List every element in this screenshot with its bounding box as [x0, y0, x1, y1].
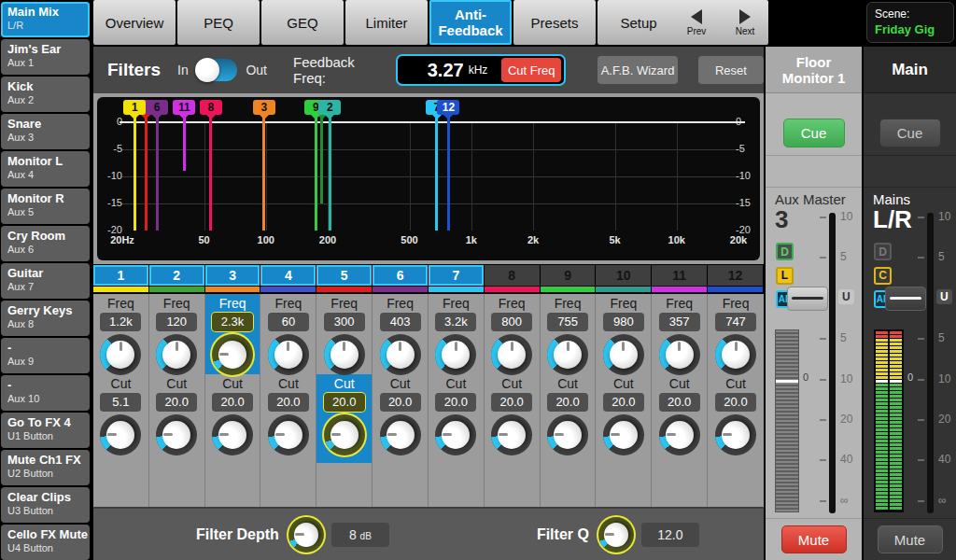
sidebar-item-monitor-l[interactable]: Monitor LAux 4: [1, 151, 90, 187]
prev-channel-button[interactable]: Prev: [673, 0, 720, 45]
band-2-freq-knob[interactable]: [156, 334, 197, 375]
band-header-1[interactable]: 1: [93, 265, 148, 286]
tab-geq[interactable]: GEQ: [261, 0, 344, 45]
band-3-freq-knob[interactable]: [212, 334, 253, 375]
filters-in-out-toggle[interactable]: [197, 59, 238, 81]
tab-peq[interactable]: PEQ: [177, 0, 260, 45]
band-1-cut-value[interactable]: 5.1: [100, 393, 141, 412]
feedback-filter-flag[interactable]: 6: [146, 100, 168, 115]
band-1-cut-knob[interactable]: [100, 414, 141, 455]
band-header-12[interactable]: 12: [708, 265, 763, 286]
main-fader-track[interactable]: [927, 213, 934, 513]
sidebar-item-clear-clips[interactable]: Clear ClipsU3 Button: [1, 487, 90, 523]
main-mute-button[interactable]: Mute: [878, 525, 943, 553]
sidebar-item-kick[interactable]: KickAux 2: [1, 77, 90, 112]
band-10-cut-value[interactable]: 20.0: [603, 393, 644, 412]
band-header-2[interactable]: 2: [149, 265, 204, 286]
band-12-cut-knob[interactable]: [715, 414, 756, 455]
band-4-cut-knob[interactable]: [268, 414, 309, 455]
tab-presets[interactable]: Presets: [513, 0, 596, 45]
scene-display[interactable]: Scene: Friday Gig: [866, 2, 954, 43]
band-3-cut-value[interactable]: 20.0: [212, 393, 253, 412]
band-2-cut-knob[interactable]: [156, 414, 197, 455]
band-8-freq-knob[interactable]: [491, 334, 532, 375]
filter-depth-value[interactable]: 8 dB: [331, 523, 389, 547]
band-1-freq-value[interactable]: 1.2k: [100, 313, 141, 331]
tab-anti-feedback[interactable]: Anti-Feedback: [429, 0, 512, 45]
band-header-5[interactable]: 5: [316, 265, 372, 286]
band-8-cut-value[interactable]: 20.0: [491, 393, 532, 412]
floor-mute-button[interactable]: Mute: [781, 525, 847, 553]
band-9-cut-knob[interactable]: [547, 414, 588, 455]
band-header-6[interactable]: 6: [373, 265, 428, 286]
sidebar-item-monitor-r[interactable]: Monitor RAux 5: [1, 189, 90, 224]
sidebar-item-blank[interactable]: -Aux 10: [1, 375, 90, 411]
feedback-filter-flag[interactable]: 12: [437, 100, 459, 115]
band-12-freq-value[interactable]: 747: [715, 313, 756, 331]
band-9-freq-value[interactable]: 755: [547, 313, 588, 331]
feedback-filter-flag[interactable]: 1: [123, 100, 146, 115]
tab-overview[interactable]: Overview: [93, 0, 176, 45]
sidebar-item-cello-fx-mute[interactable]: Cello FX MuteU4 Button: [1, 525, 90, 560]
main-fader-handle[interactable]: [885, 287, 926, 311]
feedback-filter-flag[interactable]: 2: [318, 100, 341, 115]
sidebar-item-mute-ch1-fx[interactable]: Mute Ch1 FXU2 Button: [1, 450, 90, 485]
band-7-cut-value[interactable]: 20.0: [435, 393, 476, 412]
band-11-cut-value[interactable]: 20.0: [659, 393, 700, 412]
band-10-freq-value[interactable]: 980: [603, 313, 644, 331]
filter-q-value[interactable]: 12.0: [641, 523, 699, 547]
band-1-freq-knob[interactable]: [100, 334, 141, 375]
next-channel-button[interactable]: Next: [722, 0, 768, 45]
band-4-freq-value[interactable]: 60: [268, 313, 309, 331]
sidebar-item-jim-s-ear[interactable]: Jim's EarAux 1: [1, 39, 90, 75]
band-12-cut-value[interactable]: 20.0: [715, 393, 756, 412]
band-2-freq-value[interactable]: 120: [156, 313, 197, 331]
band-11-freq-knob[interactable]: [659, 334, 700, 375]
band-5-cut-value[interactable]: 20.0: [324, 393, 365, 412]
afb-wizard-button[interactable]: A.F.B. Wizard: [598, 56, 677, 84]
band-5-freq-value[interactable]: 300: [324, 313, 365, 331]
band-8-freq-value[interactable]: 800: [491, 313, 532, 331]
cut-freq-button[interactable]: Cut Freq: [501, 58, 561, 82]
sidebar-item-go-to-fx-4[interactable]: Go To FX 4U1 Button: [1, 413, 90, 448]
tab-limiter[interactable]: Limiter: [345, 0, 428, 45]
filter-q-knob[interactable]: [598, 517, 634, 553]
main-cue-button[interactable]: Cue: [879, 119, 941, 147]
band-10-freq-knob[interactable]: [603, 334, 644, 375]
band-11-cut-knob[interactable]: [659, 414, 700, 455]
sidebar-item-cry-room[interactable]: Cry RoomAux 6: [1, 226, 90, 261]
band-9-freq-knob[interactable]: [547, 334, 588, 375]
sidebar-item-main-mix[interactable]: Main MixL/R: [1, 2, 90, 37]
band-header-3[interactable]: 3: [205, 265, 260, 286]
sidebar-item-guitar[interactable]: GuitarAux 7: [1, 263, 90, 299]
filter-depth-knob[interactable]: [288, 517, 324, 553]
band-3-cut-knob[interactable]: [212, 414, 253, 455]
band-7-cut-knob[interactable]: [435, 414, 476, 455]
band-6-cut-knob[interactable]: [380, 414, 421, 455]
band-8-cut-knob[interactable]: [491, 414, 532, 455]
band-6-freq-knob[interactable]: [380, 334, 421, 375]
floor-fader-handle[interactable]: [787, 287, 828, 311]
feedback-filter-flag[interactable]: 3: [253, 100, 275, 115]
band-10-cut-knob[interactable]: [603, 414, 644, 455]
band-6-freq-value[interactable]: 403: [380, 313, 421, 331]
feedback-filter-flag[interactable]: 11: [173, 100, 195, 115]
band-2-cut-value[interactable]: 20.0: [156, 393, 197, 412]
band-header-9[interactable]: 9: [541, 265, 596, 286]
floor-fader-track[interactable]: [829, 213, 836, 513]
band-7-freq-value[interactable]: 3.2k: [435, 313, 476, 331]
band-header-4[interactable]: 4: [260, 265, 316, 286]
band-header-8[interactable]: 8: [485, 265, 540, 286]
sidebar-item-blank[interactable]: -Aux 9: [1, 338, 90, 373]
band-4-cut-value[interactable]: 20.0: [268, 393, 309, 412]
band-7-freq-knob[interactable]: [435, 334, 476, 375]
sidebar-item-snare[interactable]: SnareAux 3: [1, 114, 90, 149]
tab-setup[interactable]: Setup: [598, 0, 680, 45]
band-3-freq-value[interactable]: 2.3k: [212, 313, 253, 331]
band-5-cut-knob[interactable]: [324, 414, 365, 455]
floor-cue-button[interactable]: Cue: [783, 119, 845, 147]
band-9-cut-value[interactable]: 20.0: [547, 393, 588, 412]
band-12-freq-knob[interactable]: [715, 334, 756, 375]
band-header-10[interactable]: 10: [596, 265, 651, 286]
feedback-filter-flag[interactable]: 8: [200, 100, 222, 115]
